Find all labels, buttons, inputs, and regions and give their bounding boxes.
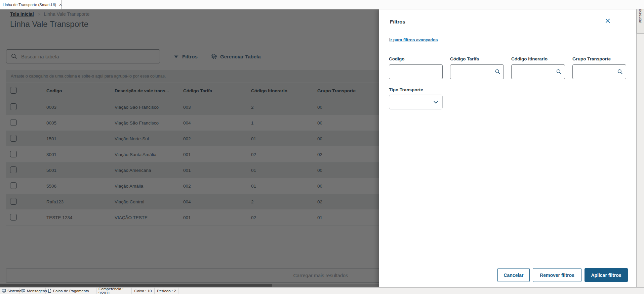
modal-backdrop	[0, 9, 379, 287]
right-dock-strip: Executar	[636, 0, 644, 287]
filter-panel-title: Filtros	[390, 19, 405, 24]
tab-bar: Linha de Transporte (Smart-UI) ✕	[0, 0, 644, 9]
statusbar-folha-pagamento-label: Folha de Pagamento	[53, 289, 89, 293]
tipo-transporte-label: Tipo Transporte	[389, 87, 423, 92]
content-area: Tela Inicial Linha Vale Transporte Linha…	[0, 9, 636, 287]
statusbar-mensagens-label: Mensagens	[27, 289, 47, 293]
tipo-transporte-select[interactable]	[389, 95, 443, 109]
remover-filtros-button[interactable]: Remover filtros	[533, 268, 581, 282]
statusbar-mensagens-button[interactable]: Mensagens	[19, 288, 46, 294]
filter-field-label: Código Tarifa	[450, 56, 504, 61]
statusbar-folha-pagamento-button[interactable]: Folha de Pagamento	[46, 288, 97, 294]
statusbar-periodo-label: Período : 2	[157, 289, 176, 293]
advanced-filters-link[interactable]: Ir para filtros avançados	[389, 38, 438, 42]
statusbar-caixa: Caixa : 10	[132, 288, 155, 294]
aplicar-filtros-button[interactable]: Aplicar filtros	[585, 268, 628, 282]
filter-field-codigo-tarifa: Código Tarifa	[450, 56, 504, 79]
filter-field-label: Codigo	[389, 56, 443, 61]
statusbar-competencia: Competência : 9/2011	[97, 288, 132, 294]
filter-field-label: Código Itinerario	[511, 56, 565, 61]
statusbar-periodo: Período : 2	[155, 288, 179, 294]
app-window: Linha de Transporte (Smart-UI) ✕ Tela In…	[0, 0, 644, 294]
cancelar-button[interactable]: Cancelar	[497, 268, 530, 282]
filter-input-codigo-itinerario[interactable]	[511, 64, 565, 79]
chevron-down-icon	[433, 99, 439, 105]
executar-tab-label: Executar	[639, 8, 643, 23]
statusbar-sistema-button[interactable]: Sistema	[0, 288, 19, 294]
status-bar: Sistema Mensagens Folha de Pagamento Com…	[0, 287, 644, 294]
close-icon[interactable]	[605, 18, 611, 24]
statusbar-competencia-label: Competência : 9/2011	[98, 287, 130, 294]
monitor-icon	[2, 289, 6, 293]
filter-panel: Filtros Ir para filtros avançados Codigo…	[379, 9, 636, 287]
tab-close-icon[interactable]: ✕	[58, 3, 63, 7]
tab-title: Linha de Transporte (Smart-UI)	[3, 3, 56, 7]
footer-divider	[379, 261, 636, 261]
filter-field-codigo: Codigo	[389, 56, 443, 79]
tab-linha-de-transporte[interactable]: Linha de Transporte (Smart-UI) ✕	[0, 0, 62, 9]
filter-input-grupo-transporte[interactable]	[572, 64, 626, 79]
document-icon	[47, 289, 52, 293]
filter-input-codigo-tarifa[interactable]	[450, 64, 504, 79]
filter-field-label: Grupo Transporte	[572, 56, 626, 61]
filter-panel-footer: Cancelar Remover filtros Aplicar filtros	[379, 268, 636, 282]
filter-field-grupo-transporte: Grupo Transporte	[572, 56, 626, 79]
statusbar-caixa-label: Caixa : 10	[134, 289, 152, 293]
message-icon	[21, 289, 26, 293]
filter-fields: CodigoCódigo TarifaCódigo ItinerarioGrup…	[389, 56, 626, 79]
filter-input-codigo[interactable]	[389, 64, 443, 79]
filter-field-codigo-itinerario: Código Itinerario	[511, 56, 565, 79]
